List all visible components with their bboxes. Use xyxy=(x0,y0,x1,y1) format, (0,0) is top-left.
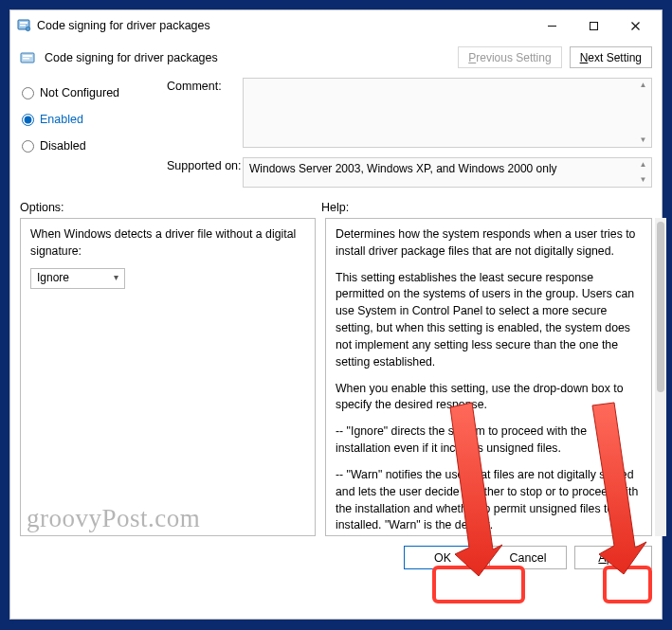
scrollbar-thumb[interactable] xyxy=(657,222,664,392)
fields: Comment: ▲▼ Supported on: Windows Server… xyxy=(167,78,652,188)
radio-enabled-input[interactable] xyxy=(22,114,34,126)
help-p2: This setting establishes the least secur… xyxy=(336,270,642,371)
panes: When Windows detects a driver file witho… xyxy=(10,218,662,536)
chevron-down-icon: ▾ xyxy=(114,271,118,285)
help-p4: -- "Ignore" directs the system to procee… xyxy=(336,423,642,458)
titlebar: Code signing for driver packages xyxy=(10,10,662,41)
pane-labels: Options: Help: xyxy=(10,188,662,218)
radio-disabled[interactable]: Disabled xyxy=(20,133,167,159)
minimize-button[interactable] xyxy=(531,12,572,39)
svg-rect-6 xyxy=(23,55,32,57)
supported-label: Supported on: xyxy=(167,157,243,172)
footer: OK Cancel Apply xyxy=(10,536,662,581)
header-row: Code signing for driver packages Previou… xyxy=(10,41,662,78)
dropdown-selected: Ignore xyxy=(37,270,69,286)
help-label: Help: xyxy=(321,201,349,214)
radio-disabled-label: Disabled xyxy=(40,139,86,153)
svg-point-3 xyxy=(26,27,29,30)
comment-textarea[interactable]: ▲▼ xyxy=(243,78,652,148)
cancel-button[interactable]: Cancel xyxy=(489,546,567,569)
radio-not-configured-label: Not Configured xyxy=(40,86,119,99)
supported-value: Windows Server 2003, Windows XP, and Win… xyxy=(249,162,557,175)
help-p1: Determines how the system responds when … xyxy=(336,226,642,261)
help-p5: -- "Warn" notifies the user that files a… xyxy=(336,467,642,534)
app-icon xyxy=(16,18,31,33)
maximize-button[interactable] xyxy=(572,12,614,39)
window-title: Code signing for driver packages xyxy=(37,19,531,32)
svg-rect-4 xyxy=(590,22,597,29)
close-button[interactable] xyxy=(614,12,656,39)
radio-disabled-input[interactable] xyxy=(22,140,34,153)
state-radio-group: Not Configured Enabled Disabled xyxy=(20,78,167,188)
signature-response-dropdown[interactable]: Ignore ▾ xyxy=(30,268,125,289)
comment-label: Comment: xyxy=(167,78,243,93)
previous-setting-button[interactable]: Previous Setting xyxy=(458,46,561,68)
ok-button[interactable]: OK xyxy=(404,546,481,569)
help-p3: When you enable this setting, use the dr… xyxy=(336,381,642,415)
radio-enabled[interactable]: Enabled xyxy=(20,106,167,133)
policy-icon xyxy=(20,50,37,65)
radio-not-configured[interactable]: Not Configured xyxy=(20,80,167,106)
options-label: Options: xyxy=(20,201,321,214)
dialog-window: Code signing for driver packages Code si… xyxy=(9,9,663,620)
help-pane: Determines how the system responds when … xyxy=(325,218,652,536)
content-scrollbar[interactable] xyxy=(655,218,666,536)
header-title: Code signing for driver packages xyxy=(45,51,450,64)
next-setting-button[interactable]: Next Setting xyxy=(570,46,652,68)
apply-button[interactable]: Apply xyxy=(574,546,652,569)
radio-not-configured-input[interactable] xyxy=(22,87,34,99)
options-prompt: When Windows detects a driver file witho… xyxy=(30,226,305,261)
radio-enabled-label: Enabled xyxy=(40,113,83,126)
supported-scrollbar[interactable]: ▲▼ xyxy=(637,160,649,185)
svg-rect-7 xyxy=(23,58,29,60)
svg-rect-2 xyxy=(20,25,26,27)
supported-box: Windows Server 2003, Windows XP, and Win… xyxy=(243,157,652,188)
svg-rect-1 xyxy=(20,22,27,24)
comment-scrollbar[interactable]: ▲▼ xyxy=(637,81,649,145)
help-text: Determines how the system responds when … xyxy=(336,226,642,534)
options-pane: When Windows detects a driver file witho… xyxy=(20,218,316,536)
config-row: Not Configured Enabled Disabled Comment:… xyxy=(10,78,662,188)
